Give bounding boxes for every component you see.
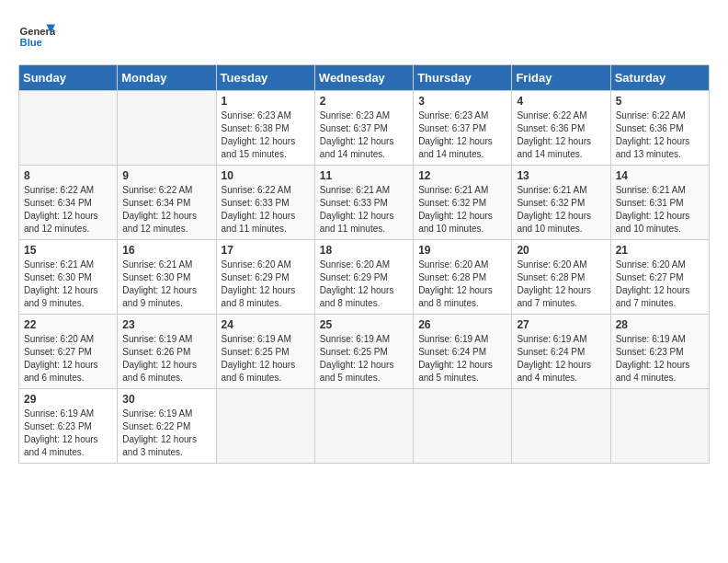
weekday-header-wednesday: Wednesday (314, 65, 413, 91)
weekday-header-thursday: Thursday (414, 65, 512, 91)
calendar-cell: 1 Sunrise: 6:23 AMSunset: 6:38 PMDayligh… (216, 91, 314, 166)
calendar-cell: 8 Sunrise: 6:22 AMSunset: 6:34 PMDayligh… (19, 166, 118, 240)
day-info: Sunrise: 6:19 AMSunset: 6:22 PMDaylight:… (122, 408, 210, 459)
calendar-cell: 29 Sunrise: 6:19 AMSunset: 6:23 PMDaylig… (19, 389, 118, 464)
day-number: 22 (24, 318, 112, 331)
calendar-cell: 27 Sunrise: 6:19 AMSunset: 6:24 PMDaylig… (512, 315, 610, 389)
day-info: Sunrise: 6:21 AMSunset: 6:32 PMDaylight:… (517, 184, 605, 236)
day-number: 15 (24, 244, 112, 257)
calendar-cell (118, 91, 216, 166)
calendar-table: SundayMondayTuesdayWednesdayThursdayFrid… (18, 64, 710, 464)
day-info: Sunrise: 6:22 AMSunset: 6:34 PMDaylight:… (24, 184, 112, 236)
weekday-header-sunday: Sunday (19, 65, 118, 91)
day-info: Sunrise: 6:21 AMSunset: 6:30 PMDaylight:… (24, 259, 112, 310)
calendar-week-row: 22 Sunrise: 6:20 AMSunset: 6:27 PMDaylig… (19, 315, 710, 389)
calendar-cell: 18 Sunrise: 6:20 AMSunset: 6:29 PMDaylig… (314, 240, 413, 315)
calendar-cell: 25 Sunrise: 6:19 AMSunset: 6:25 PMDaylig… (314, 315, 413, 389)
day-number: 23 (122, 318, 210, 331)
day-number: 26 (418, 318, 506, 331)
day-number: 18 (320, 244, 408, 257)
day-info: Sunrise: 6:22 AMSunset: 6:36 PMDaylight:… (616, 109, 704, 161)
day-number: 24 (222, 318, 310, 331)
day-info: Sunrise: 6:20 AMSunset: 6:29 PMDaylight:… (222, 259, 310, 310)
day-info: Sunrise: 6:23 AMSunset: 6:37 PMDaylight:… (418, 109, 506, 161)
day-number: 20 (517, 244, 605, 257)
day-number: 25 (320, 318, 408, 331)
calendar-cell: 15 Sunrise: 6:21 AMSunset: 6:30 PMDaylig… (19, 240, 118, 315)
day-number: 16 (122, 244, 210, 257)
day-info: Sunrise: 6:20 AMSunset: 6:28 PMDaylight:… (418, 259, 506, 310)
calendar-week-row: 1 Sunrise: 6:23 AMSunset: 6:38 PMDayligh… (19, 91, 710, 166)
day-info: Sunrise: 6:22 AMSunset: 6:33 PMDaylight:… (222, 184, 310, 236)
logo: General Blue (18, 18, 60, 55)
calendar-cell: 17 Sunrise: 6:20 AMSunset: 6:29 PMDaylig… (216, 240, 314, 315)
day-info: Sunrise: 6:19 AMSunset: 6:24 PMDaylight:… (418, 333, 506, 385)
day-number: 12 (418, 169, 506, 182)
day-info: Sunrise: 6:21 AMSunset: 6:30 PMDaylight:… (122, 259, 210, 310)
calendar-cell: 4 Sunrise: 6:22 AMSunset: 6:36 PMDayligh… (512, 91, 610, 166)
calendar-cell: 3 Sunrise: 6:23 AMSunset: 6:37 PMDayligh… (414, 91, 512, 166)
weekday-header-tuesday: Tuesday (216, 65, 314, 91)
day-number: 30 (122, 393, 210, 406)
day-info: Sunrise: 6:19 AMSunset: 6:25 PMDaylight:… (320, 333, 408, 385)
day-number: 17 (222, 244, 310, 257)
svg-text:Blue: Blue (20, 37, 42, 48)
day-number: 1 (222, 95, 310, 108)
day-info: Sunrise: 6:19 AMSunset: 6:23 PMDaylight:… (616, 333, 704, 385)
calendar-week-row: 15 Sunrise: 6:21 AMSunset: 6:30 PMDaylig… (19, 240, 710, 315)
weekday-header-monday: Monday (118, 65, 216, 91)
day-info: Sunrise: 6:20 AMSunset: 6:27 PMDaylight:… (616, 259, 704, 310)
calendar-cell: 20 Sunrise: 6:20 AMSunset: 6:28 PMDaylig… (512, 240, 610, 315)
weekday-header-row: SundayMondayTuesdayWednesdayThursdayFrid… (19, 65, 710, 91)
day-info: Sunrise: 6:21 AMSunset: 6:32 PMDaylight:… (418, 184, 506, 236)
page-header: General Blue (18, 18, 710, 55)
calendar-cell: 22 Sunrise: 6:20 AMSunset: 6:27 PMDaylig… (19, 315, 118, 389)
day-number: 8 (24, 169, 112, 182)
day-number: 5 (616, 95, 704, 108)
calendar-cell: 13 Sunrise: 6:21 AMSunset: 6:32 PMDaylig… (512, 166, 610, 240)
day-info: Sunrise: 6:19 AMSunset: 6:24 PMDaylight:… (517, 333, 605, 385)
calendar-cell: 14 Sunrise: 6:21 AMSunset: 6:31 PMDaylig… (610, 166, 709, 240)
day-info: Sunrise: 6:23 AMSunset: 6:37 PMDaylight:… (320, 109, 408, 161)
weekday-header-friday: Friday (512, 65, 610, 91)
day-info: Sunrise: 6:19 AMSunset: 6:23 PMDaylight:… (24, 408, 112, 459)
calendar-cell (216, 389, 314, 464)
calendar-cell: 5 Sunrise: 6:22 AMSunset: 6:36 PMDayligh… (610, 91, 709, 166)
calendar-cell: 28 Sunrise: 6:19 AMSunset: 6:23 PMDaylig… (610, 315, 709, 389)
day-number: 27 (517, 318, 605, 331)
day-number: 11 (320, 169, 408, 182)
calendar-cell: 23 Sunrise: 6:19 AMSunset: 6:26 PMDaylig… (118, 315, 216, 389)
day-info: Sunrise: 6:20 AMSunset: 6:28 PMDaylight:… (517, 259, 605, 310)
day-info: Sunrise: 6:19 AMSunset: 6:25 PMDaylight:… (222, 333, 310, 385)
day-info: Sunrise: 6:22 AMSunset: 6:34 PMDaylight:… (122, 184, 210, 236)
calendar-cell: 2 Sunrise: 6:23 AMSunset: 6:37 PMDayligh… (314, 91, 413, 166)
day-info: Sunrise: 6:21 AMSunset: 6:31 PMDaylight:… (616, 184, 704, 236)
day-info: Sunrise: 6:21 AMSunset: 6:33 PMDaylight:… (320, 184, 408, 236)
calendar-cell (610, 389, 709, 464)
calendar-cell: 16 Sunrise: 6:21 AMSunset: 6:30 PMDaylig… (118, 240, 216, 315)
calendar-cell: 26 Sunrise: 6:19 AMSunset: 6:24 PMDaylig… (414, 315, 512, 389)
day-number: 4 (517, 95, 605, 108)
calendar-cell (414, 389, 512, 464)
day-number: 19 (418, 244, 506, 257)
calendar-cell: 21 Sunrise: 6:20 AMSunset: 6:27 PMDaylig… (610, 240, 709, 315)
calendar-cell: 30 Sunrise: 6:19 AMSunset: 6:22 PMDaylig… (118, 389, 216, 464)
day-number: 14 (616, 169, 704, 182)
day-number: 21 (616, 244, 704, 257)
day-number: 29 (24, 393, 112, 406)
day-number: 3 (418, 95, 506, 108)
calendar-cell: 24 Sunrise: 6:19 AMSunset: 6:25 PMDaylig… (216, 315, 314, 389)
calendar-cell: 12 Sunrise: 6:21 AMSunset: 6:32 PMDaylig… (414, 166, 512, 240)
calendar-cell (314, 389, 413, 464)
weekday-header-saturday: Saturday (610, 65, 709, 91)
day-number: 13 (517, 169, 605, 182)
calendar-cell: 11 Sunrise: 6:21 AMSunset: 6:33 PMDaylig… (314, 166, 413, 240)
day-info: Sunrise: 6:22 AMSunset: 6:36 PMDaylight:… (517, 109, 605, 161)
calendar-week-row: 8 Sunrise: 6:22 AMSunset: 6:34 PMDayligh… (19, 166, 710, 240)
calendar-week-row: 29 Sunrise: 6:19 AMSunset: 6:23 PMDaylig… (19, 389, 710, 464)
calendar-cell: 9 Sunrise: 6:22 AMSunset: 6:34 PMDayligh… (118, 166, 216, 240)
day-info: Sunrise: 6:20 AMSunset: 6:29 PMDaylight:… (320, 259, 408, 310)
day-number: 10 (222, 169, 310, 182)
calendar-cell (19, 91, 118, 166)
calendar-cell: 10 Sunrise: 6:22 AMSunset: 6:33 PMDaylig… (216, 166, 314, 240)
